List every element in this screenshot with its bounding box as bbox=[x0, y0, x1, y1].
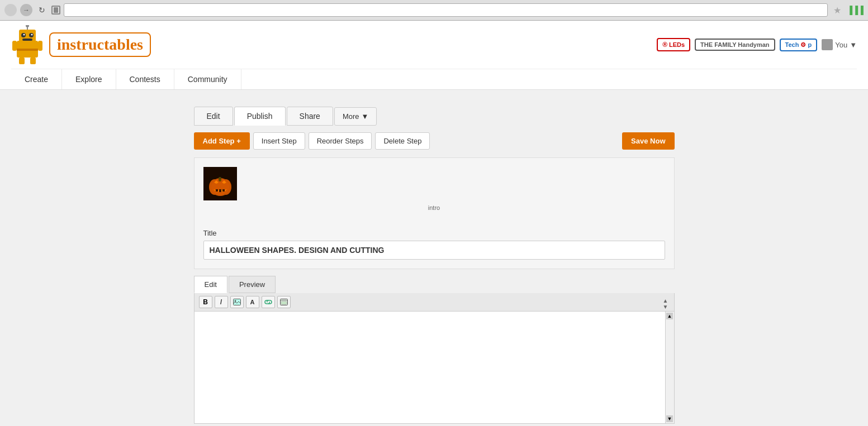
editor-tabs: Edit Preview bbox=[194, 276, 675, 293]
browser-toolbar: ← → ↻ www.instructables.com/id/edit#inst… bbox=[0, 0, 868, 20]
intro-label: intro bbox=[203, 204, 665, 211]
svg-point-26 bbox=[234, 300, 236, 302]
svg-rect-11 bbox=[38, 41, 42, 51]
scrollbar-up-down[interactable]: ▲ ▼ bbox=[663, 298, 670, 307]
more-button[interactable]: More ▼ bbox=[334, 107, 377, 126]
scroll-up-icon: ▲ bbox=[663, 298, 670, 304]
italic-button[interactable]: I bbox=[215, 296, 228, 308]
editor-area[interactable] bbox=[195, 312, 665, 423]
tab-share[interactable]: Share bbox=[287, 107, 333, 126]
header-right: ® LEDs THE FAMILY Handyman Tech ⚙ p You … bbox=[657, 38, 857, 51]
address-bar[interactable]: www.instructables.com/id/edit#instructab… bbox=[64, 3, 828, 17]
title-section: Title bbox=[194, 220, 675, 269]
nav-explore[interactable]: Explore bbox=[62, 69, 116, 89]
content-tab-edit[interactable]: Edit bbox=[194, 276, 227, 293]
back-button[interactable]: ← bbox=[4, 4, 17, 16]
editor-scrollbar[interactable]: ▲ ▼ bbox=[665, 312, 674, 423]
svg-rect-29 bbox=[281, 301, 287, 304]
user-dropdown-icon: ▼ bbox=[850, 41, 857, 49]
user-area[interactable]: You ▼ bbox=[822, 39, 857, 50]
scrollbar-arrow-up[interactable]: ▲ bbox=[666, 313, 673, 319]
save-now-button[interactable]: Save Now bbox=[622, 132, 674, 150]
link-button[interactable] bbox=[262, 296, 275, 308]
rich-editor-wrapper: B I A bbox=[194, 293, 675, 424]
leds-label: LEDs bbox=[669, 41, 685, 48]
intro-area: intro bbox=[194, 157, 675, 220]
reorder-steps-button[interactable]: Reorder Steps bbox=[309, 132, 372, 150]
user-avatar-icon bbox=[822, 39, 833, 50]
content-tab-preview[interactable]: Preview bbox=[229, 276, 276, 293]
embed-button[interactable] bbox=[277, 296, 291, 308]
editor-toolbar: B I A bbox=[195, 293, 674, 312]
nav-contests[interactable]: Contests bbox=[116, 69, 174, 89]
image-button[interactable] bbox=[230, 296, 244, 308]
bold-button[interactable]: B bbox=[199, 296, 212, 308]
techshop-label2: p bbox=[808, 41, 812, 48]
text-color-icon: A bbox=[250, 299, 255, 305]
editor-content-row: ▲ ▼ bbox=[195, 312, 674, 423]
logo-text: instructables bbox=[57, 36, 143, 54]
techshop-gear: ⚙ bbox=[800, 41, 806, 49]
svg-point-7 bbox=[31, 34, 33, 36]
action-bar: Add Step + Insert Step Reorder Steps Del… bbox=[194, 132, 675, 150]
logo-area: instructables bbox=[11, 25, 151, 64]
title-input[interactable] bbox=[203, 241, 665, 260]
site-header: instructables ® LEDs THE FAMILY Handyman… bbox=[0, 21, 868, 90]
scroll-down-icon: ▼ bbox=[663, 304, 670, 310]
svg-point-6 bbox=[23, 34, 25, 36]
nav-create[interactable]: Create bbox=[11, 69, 62, 89]
svg-rect-10 bbox=[12, 41, 17, 51]
delete-step-button[interactable]: Delete Step bbox=[375, 132, 430, 150]
tab-edit[interactable]: Edit bbox=[194, 107, 233, 126]
handyman-badge: THE FAMILY Handyman bbox=[695, 39, 775, 51]
more-label: More bbox=[343, 112, 359, 121]
intro-image[interactable] bbox=[203, 167, 237, 200]
text-color-button[interactable]: A bbox=[246, 296, 259, 308]
insert-step-button[interactable]: Insert Step bbox=[253, 132, 305, 150]
main-content: Edit Publish Share More ▼ Add Step + Ins… bbox=[183, 90, 686, 426]
leds-r: ® bbox=[662, 41, 667, 49]
forward-button[interactable]: → bbox=[20, 4, 32, 16]
techshop-label: Tech bbox=[785, 41, 799, 48]
edit-tabs: Edit Publish Share More ▼ bbox=[194, 107, 675, 126]
bookmark-star[interactable]: ★ bbox=[833, 5, 841, 16]
header-top: instructables ® LEDs THE FAMILY Handyman… bbox=[11, 21, 857, 69]
action-bar-left: Add Step + Insert Step Reorder Steps Del… bbox=[194, 132, 430, 150]
action-bar-right: Save Now bbox=[622, 132, 674, 150]
svg-rect-8 bbox=[22, 39, 32, 41]
svg-point-24 bbox=[211, 179, 229, 195]
svg-rect-12 bbox=[19, 58, 25, 64]
editor-main bbox=[195, 312, 665, 423]
add-step-button[interactable]: Add Step + bbox=[194, 132, 250, 150]
leds-badge: ® LEDs bbox=[657, 38, 690, 51]
tab-publish[interactable]: Publish bbox=[234, 107, 286, 126]
handyman-label: THE FAMILY Handyman bbox=[700, 41, 769, 48]
svg-point-3 bbox=[26, 25, 29, 27]
logo-bubble: instructables bbox=[49, 32, 151, 57]
site-nav: Create Explore Contests Community bbox=[11, 69, 857, 89]
logo-robot-icon bbox=[11, 25, 45, 64]
svg-rect-13 bbox=[30, 58, 36, 64]
user-label: You bbox=[835, 41, 847, 49]
reload-button[interactable]: ↻ bbox=[36, 4, 48, 16]
nav-community[interactable]: Community bbox=[174, 69, 241, 89]
title-field-label: Title bbox=[203, 229, 665, 237]
signal-icon: ▐▐▐ bbox=[847, 6, 864, 15]
page-wrapper: instructables ® LEDs THE FAMILY Handyman… bbox=[0, 21, 868, 426]
svg-rect-9 bbox=[17, 49, 38, 51]
browser-chrome: ← → ↻ www.instructables.com/id/edit#inst… bbox=[0, 0, 868, 21]
scrollbar-arrow-down[interactable]: ▼ bbox=[666, 415, 673, 422]
page-icon bbox=[51, 6, 60, 15]
techshop-badge: Tech ⚙ p bbox=[780, 39, 818, 51]
more-chevron-icon: ▼ bbox=[362, 112, 369, 121]
